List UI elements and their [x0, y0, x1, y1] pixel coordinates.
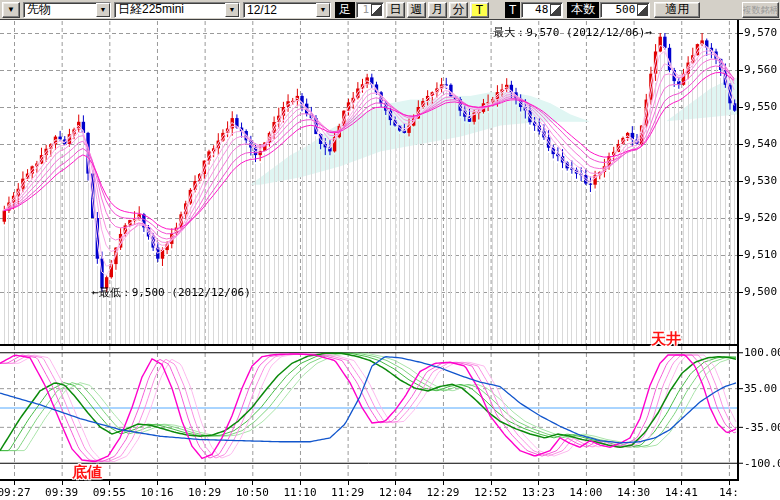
osc-axis-label: -35.00	[744, 421, 780, 434]
contract-combo-value: 12/12	[244, 3, 316, 17]
x-axis-label: 13:23	[516, 486, 560, 499]
x-axis-label: 11:29	[326, 486, 370, 499]
max-price-text: 最大：9,570 (2012/12/06)	[493, 26, 645, 39]
tick-count-value: 48	[524, 3, 549, 16]
window-menu-dropdown[interactable]: ▼	[2, 2, 20, 18]
toolbar: ▼ 先物 ▼ 日経225mini ▼ 12/12 ▼ 足 1 日 週 月 分 T…	[0, 0, 780, 20]
ceiling-label: 天井	[651, 330, 681, 349]
spin-dial-icon[interactable]	[371, 4, 382, 16]
osc-axis-label: -100.00	[744, 457, 780, 470]
tick-toggle-button[interactable]: T	[505, 2, 520, 18]
x-axis-label: 14:	[707, 486, 751, 499]
left-arrow-icon: ←	[92, 286, 99, 299]
count-toggle-button[interactable]: 本数	[567, 2, 599, 18]
osc-axis-label: 100.00	[744, 346, 780, 359]
y-axis-label: 9,570	[744, 26, 777, 39]
spin-dial-icon[interactable]	[637, 4, 648, 16]
period-button-minute[interactable]: 分	[449, 2, 468, 18]
x-axis-label: 12:04	[373, 486, 417, 499]
osc-axis-label: 35.00	[744, 382, 777, 395]
chevron-down-icon[interactable]: ▼	[316, 3, 330, 17]
x-axis-label: 11:10	[278, 486, 322, 499]
symbol-combo[interactable]: 日経225mini ▼	[114, 2, 240, 18]
x-axis-label: 14:00	[564, 486, 608, 499]
bar-interval-value: 1	[359, 3, 370, 16]
x-axis-label: 10:16	[135, 486, 179, 499]
spin-dial-icon[interactable]	[550, 4, 561, 16]
x-axis-label: 12:29	[421, 486, 465, 499]
bar-interval-spinner[interactable]: 1	[356, 2, 384, 18]
period-button-month[interactable]: 月	[428, 2, 447, 18]
price-chart-canvas[interactable]	[0, 0, 780, 500]
y-axis-label: 9,530	[744, 174, 777, 187]
apply-button[interactable]: 適用	[654, 2, 700, 18]
y-axis-label: 9,520	[744, 211, 777, 224]
min-price-annotation: ←最低：9,500 (2012/12/06)	[92, 285, 251, 300]
chevron-down-icon[interactable]: ▼	[225, 3, 239, 17]
category-combo-value: 先物	[24, 1, 96, 18]
bar-count-spinner[interactable]: 500	[600, 2, 650, 18]
x-axis-label: 14:30	[612, 486, 656, 499]
x-axis-label: 09:55	[87, 486, 131, 499]
x-axis-label: 09:39	[40, 486, 84, 499]
category-combo[interactable]: 先物 ▼	[23, 2, 111, 18]
bottom-label: 底値	[72, 463, 102, 482]
period-button-tick[interactable]: T	[470, 2, 489, 18]
tick-count-spinner[interactable]: 48	[521, 2, 563, 18]
bar-count-value: 500	[603, 3, 636, 16]
x-axis-label: 14:41	[659, 486, 703, 499]
multi-symbol-button[interactable]: 複数銘柄	[742, 2, 779, 18]
contract-combo[interactable]: 12/12 ▼	[243, 2, 331, 18]
min-price-text: 最低：9,500 (2012/12/06)	[99, 286, 251, 299]
x-axis-label: 12:52	[469, 486, 513, 499]
y-axis-label: 9,540	[744, 137, 777, 150]
y-axis-label: 9,510	[744, 248, 777, 261]
y-axis-label: 9,560	[744, 63, 777, 76]
period-button-day[interactable]: 日	[386, 2, 405, 18]
y-axis-label: 9,500	[744, 285, 777, 298]
x-axis-label: 09:27	[0, 486, 36, 499]
x-axis-label: 10:29	[183, 486, 227, 499]
max-price-annotation: 最大：9,570 (2012/12/06)→	[493, 25, 652, 40]
bar-toggle-button[interactable]: 足	[335, 2, 355, 18]
symbol-combo-value: 日経225mini	[115, 1, 225, 18]
x-axis-label: 10:50	[230, 486, 274, 499]
period-button-week[interactable]: 週	[407, 2, 426, 18]
chart-window: ▼ 先物 ▼ 日経225mini ▼ 12/12 ▼ 足 1 日 週 月 分 T…	[0, 0, 780, 500]
y-axis-label: 9,550	[744, 100, 777, 113]
chevron-down-icon[interactable]: ▼	[96, 3, 110, 17]
right-arrow-icon: →	[645, 26, 652, 39]
